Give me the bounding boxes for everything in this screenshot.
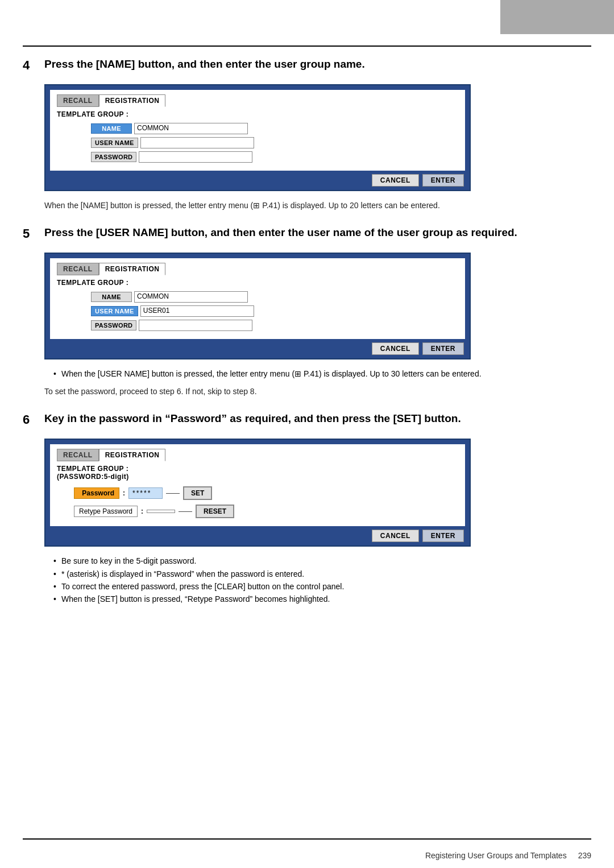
step-4-username-btn[interactable]: USER NAME xyxy=(91,138,138,148)
step-4-cancel-btn[interactable]: CANCEL xyxy=(372,174,419,187)
step-6-pw-value: ***** xyxy=(128,487,163,499)
step-6-set-btn[interactable]: SET xyxy=(183,486,212,500)
step-5-panel: RECALL REGISTRATION TEMPLATE GROUP : NAM… xyxy=(44,253,471,359)
bottom-rule xyxy=(23,838,591,840)
step-5-container: 5 Press the [USER NAME] button, and then… xyxy=(23,225,591,398)
step-5-tab-recall[interactable]: RECALL xyxy=(57,263,99,275)
step-5-username-row: USER NAME USER01 xyxy=(91,305,458,317)
step-5-password-btn[interactable]: PASSWORD xyxy=(91,320,136,330)
step-5-title: Press the [USER NAME] button, and then e… xyxy=(44,225,517,241)
step-4-number: 4 xyxy=(23,58,36,73)
step-6-retype-colon: : xyxy=(141,507,143,515)
step-4-tab-recall[interactable]: RECALL xyxy=(57,94,99,107)
step-5-bullet-1: When the [USER NAME] button is pressed, … xyxy=(53,367,591,380)
step-4-username-value xyxy=(140,137,254,148)
top-bar xyxy=(500,0,614,34)
step-6-pw-arrow: —— xyxy=(166,489,180,497)
step-4-tab-row: RECALL REGISTRATION xyxy=(57,94,458,107)
step-5-tab-row: RECALL REGISTRATION xyxy=(57,263,458,275)
step-6-title: Key in the password in “Password” as req… xyxy=(44,411,461,427)
step-4-header: 4 Press the [NAME] button, and then ente… xyxy=(23,57,591,73)
step-5-username-btn[interactable]: USER NAME xyxy=(91,306,138,316)
step-4-container: 4 Press the [NAME] button, and then ente… xyxy=(23,57,591,212)
step-6-tab-registration[interactable]: REGISTRATION xyxy=(99,449,166,461)
step-5-panel-inner: RECALL REGISTRATION TEMPLATE GROUP : NAM… xyxy=(50,258,465,339)
step-6-tab-recall[interactable]: RECALL xyxy=(57,449,99,461)
step-4-fields: NAME COMMON USER NAME PASSWORD xyxy=(91,123,458,163)
top-rule xyxy=(23,46,591,47)
step-6-retype-value xyxy=(147,510,175,513)
step-5-name-row: NAME COMMON xyxy=(91,291,458,303)
step-5-name-btn[interactable]: NAME xyxy=(91,292,132,302)
step-6-container: 6 Key in the password in “Password” as r… xyxy=(23,411,591,606)
step-5-bullets: When the [USER NAME] button is pressed, … xyxy=(53,367,591,380)
step-6-bullet-3: To correct the entered password, press t… xyxy=(53,580,591,593)
step-6-number: 6 xyxy=(23,412,36,427)
step-5-password-row: PASSWORD xyxy=(91,320,458,331)
step-4-password-row: PASSWORD xyxy=(91,151,458,163)
step-6-panel-footer: CANCEL ENTER xyxy=(45,526,470,545)
step-6-panel: RECALL REGISTRATION TEMPLATE GROUP : (PA… xyxy=(44,439,471,547)
step-6-bullet-2: * (asterisk) is displayed in “Password” … xyxy=(53,568,591,580)
step-5-name-value: COMMON xyxy=(134,291,248,303)
footer-text: Registering User Groups and Templates xyxy=(425,851,567,860)
step-4-template-group: TEMPLATE GROUP : xyxy=(57,110,458,118)
step-5-cancel-btn[interactable]: CANCEL xyxy=(372,342,419,355)
step-5-desc2: To set the password, proceed to step 6. … xyxy=(44,385,591,398)
step-6-pw-fields: Password : ***** —— SET Retype Password … xyxy=(74,486,458,518)
step-5-tab-registration[interactable]: REGISTRATION xyxy=(99,263,166,275)
main-content: 4 Press the [NAME] button, and then ente… xyxy=(23,57,591,834)
step-6-password-note: (PASSWORD:5-digit) xyxy=(57,473,129,481)
step-5-header: 5 Press the [USER NAME] button, and then… xyxy=(23,225,591,241)
step-4-password-btn[interactable]: PASSWORD xyxy=(91,152,136,162)
step-4-name-value: COMMON xyxy=(134,123,248,134)
footer-page: 239 xyxy=(578,851,591,860)
page-footer: Registering User Groups and Templates 23… xyxy=(23,851,591,860)
step-4-name-btn[interactable]: NAME xyxy=(91,123,132,134)
step-4-name-row: NAME COMMON xyxy=(91,123,458,134)
step-6-bullet-1: Be sure to key in the 5-digit password. xyxy=(53,555,591,567)
step-4-panel: RECALL REGISTRATION TEMPLATE GROUP : NAM… xyxy=(44,84,471,191)
step-6-panel-inner: RECALL REGISTRATION TEMPLATE GROUP : (PA… xyxy=(50,444,465,526)
step-6-bullet-4: When the [SET] button is pressed, “Retyp… xyxy=(53,593,591,605)
step-6-template-group: TEMPLATE GROUP : (PASSWORD:5-digit) xyxy=(57,465,458,481)
step-5-fields: NAME COMMON USER NAME USER01 PASSWORD xyxy=(91,291,458,331)
step-6-tab-row: RECALL REGISTRATION xyxy=(57,449,458,461)
step-4-tab-registration[interactable]: REGISTRATION xyxy=(99,94,166,107)
step-4-username-row: USER NAME xyxy=(91,137,458,148)
step-6-reset-btn[interactable]: RESET xyxy=(196,505,234,518)
step-4-panel-inner: RECALL REGISTRATION TEMPLATE GROUP : NAM… xyxy=(50,90,465,171)
step-6-retype-label: Retype Password xyxy=(74,506,138,517)
step-6-bullets: Be sure to key in the 5-digit password. … xyxy=(53,555,591,606)
step-5-password-value xyxy=(139,320,252,331)
step-6-cancel-btn[interactable]: CANCEL xyxy=(372,530,419,542)
step-4-enter-btn[interactable]: ENTER xyxy=(422,174,464,187)
step-6-retype-arrow: —— xyxy=(179,507,192,515)
step-5-template-group: TEMPLATE GROUP : xyxy=(57,279,458,287)
step-5-enter-btn[interactable]: ENTER xyxy=(422,342,464,355)
step-5-number: 5 xyxy=(23,226,36,241)
step-4-password-value xyxy=(139,151,252,163)
step-6-retype-row: Retype Password : —— RESET xyxy=(74,505,458,518)
step-6-pw-colon: : xyxy=(123,489,125,497)
step-6-header: 6 Key in the password in “Password” as r… xyxy=(23,411,591,427)
step-5-panel-footer: CANCEL ENTER xyxy=(45,339,470,358)
step-5-username-value: USER01 xyxy=(140,305,254,317)
step-6-pw-row: Password : ***** —— SET xyxy=(74,486,458,500)
step-4-title: Press the [NAME] button, and then enter … xyxy=(44,57,591,72)
step-4-desc: When the [NAME] button is pressed, the l… xyxy=(44,199,591,212)
step-4-panel-footer: CANCEL ENTER xyxy=(45,171,470,190)
step-6-pw-label: Password xyxy=(74,487,119,499)
step-6-enter-btn[interactable]: ENTER xyxy=(422,530,464,542)
